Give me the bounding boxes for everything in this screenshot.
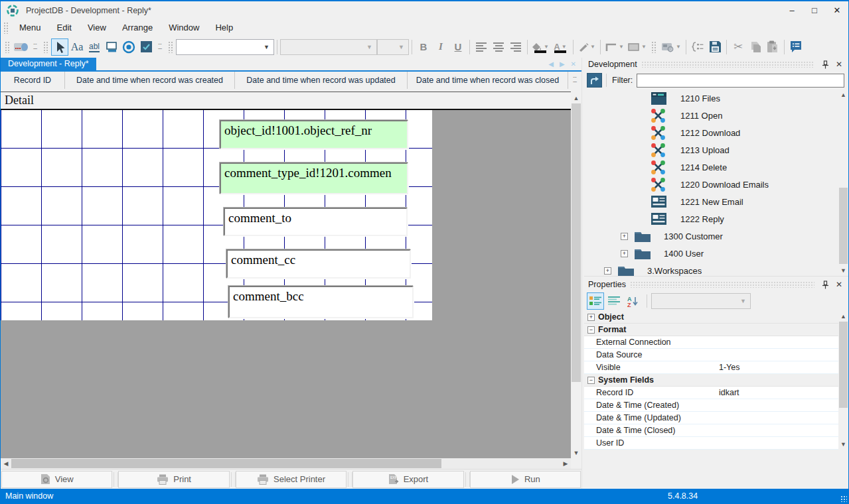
button-tool[interactable] (103, 38, 120, 56)
font-style-combobox[interactable]: ▼ (280, 39, 377, 55)
categorized-view-button[interactable] (587, 292, 604, 310)
menu-menu[interactable]: Menu (11, 19, 49, 36)
props-scroll-up-icon[interactable]: ▲ (838, 311, 848, 322)
canvas-vscroll-thumb[interactable] (572, 103, 581, 382)
property-value[interactable]: idkart (719, 388, 739, 397)
toolbar-grip-2[interactable] (43, 41, 48, 53)
property-row-system-fields[interactable]: −System Fields (584, 374, 838, 387)
expand-icon[interactable]: + (604, 267, 611, 275)
property-row-external-connection[interactable]: External Connection (584, 336, 838, 349)
scroll-right-icon[interactable]: ▶ (560, 458, 571, 469)
textbox-tool[interactable]: abl (86, 38, 103, 56)
alphabetical-view-button[interactable] (605, 292, 623, 310)
tree-item-1400-user[interactable]: +1400 User (584, 245, 838, 262)
menu-help[interactable]: Help (207, 19, 241, 36)
development-panel-close-icon[interactable]: ✕ (832, 60, 846, 69)
align-right-icon[interactable] (507, 38, 524, 56)
toolbar-overflow-icon[interactable]: ˇˇ─ (31, 44, 39, 50)
tree-item-1213-upload[interactable]: 1213 Upload (584, 141, 838, 158)
sort-az-button[interactable]: AZ (624, 292, 641, 310)
collapse-icon[interactable]: − (587, 326, 595, 334)
paste-icon[interactable] (764, 38, 781, 56)
props-scroll-thumb[interactable] (839, 322, 848, 408)
view-button[interactable]: View (1, 471, 112, 488)
field-list-button[interactable] (689, 38, 706, 56)
tree-item-1220-download-emails[interactable]: 1220 Download Emails (584, 176, 838, 193)
save-button[interactable] (706, 38, 724, 56)
detail-band-header[interactable]: Detail (1, 92, 571, 110)
maximize-button[interactable]: □ (803, 1, 826, 19)
fill-color-button[interactable]: ▼ (530, 38, 550, 56)
tree-item-1300-customer[interactable]: +1300 Customer (584, 227, 838, 245)
property-row-date-time-closed-[interactable]: Date & Time (Closed) (584, 424, 838, 437)
properties-scrollbar[interactable]: ▲ ▼ (838, 311, 848, 450)
tree-scroll-thumb[interactable] (839, 188, 848, 264)
copy-icon[interactable] (747, 38, 764, 56)
scroll-up-icon[interactable]: ▲ (571, 93, 581, 103)
export-button[interactable]: EXPExport (352, 471, 463, 488)
shape-style-button[interactable]: ▼ (626, 38, 649, 56)
label-tool[interactable]: Aa (68, 38, 86, 56)
canvas-vertical-scrollbar[interactable]: ▲ ▼ (571, 92, 581, 458)
property-row-record-id[interactable]: Record IDidkart (584, 387, 838, 399)
minimize-button[interactable]: – (781, 1, 803, 19)
align-left-icon[interactable] (473, 38, 490, 56)
property-row-data-source[interactable]: Data Source (584, 349, 838, 361)
tree-scroll-up-icon[interactable]: ▲ (838, 90, 848, 100)
props-scroll-down-icon[interactable]: ▼ (838, 439, 848, 450)
pen-style-button[interactable]: ▼ (576, 38, 597, 56)
properties-pin-icon[interactable] (818, 281, 832, 289)
record-column-header[interactable]: Date and time when record was updated (235, 72, 408, 89)
run-button[interactable]: Run (470, 471, 581, 488)
goto-object-button[interactable] (587, 73, 602, 88)
tools-overflow-icon[interactable]: ˇˇ─ (156, 44, 164, 50)
collapse-icon[interactable]: − (587, 377, 595, 384)
underline-button[interactable]: U (449, 38, 467, 56)
tree-item-1214-delete[interactable]: 1214 Delete (584, 158, 838, 176)
font-size-combobox[interactable]: ▼ (377, 39, 409, 55)
tree-scrollbar[interactable]: ▲ ▼ (838, 90, 848, 276)
menu-view[interactable]: View (80, 19, 114, 36)
property-value[interactable]: 1-Yes (719, 363, 740, 372)
bold-button[interactable]: B (415, 38, 432, 56)
canvas-hscroll-thumb[interactable] (11, 459, 441, 468)
italic-button[interactable]: I (432, 38, 449, 56)
tree-item-3-workspaces[interactable]: +3.Workspaces (584, 262, 838, 276)
insert-image-button[interactable] (13, 38, 30, 56)
filter-input[interactable] (637, 74, 844, 88)
form-design-canvas[interactable]: Detail object_id!1001.object_ref_nrcomme… (1, 92, 571, 458)
canvas-horizontal-scrollbar[interactable]: ◀ ▶ (1, 458, 571, 469)
expand-icon[interactable]: + (587, 314, 595, 321)
menu-arrange[interactable]: Arrange (114, 19, 161, 36)
tree-item-1212-download[interactable]: 1212 Download (584, 124, 838, 141)
columns-overflow-icon[interactable]: ˇˇ─ (571, 77, 579, 84)
tree-item-1222-reply[interactable]: 1222 Reply (584, 210, 838, 227)
comment-icon[interactable] (787, 38, 805, 56)
design-field[interactable]: object_id!1001.object_ref_nr (220, 120, 408, 149)
resize-grip[interactable] (840, 495, 847, 502)
cut-icon[interactable]: ✂ (730, 38, 747, 56)
design-field[interactable]: comment_to (224, 208, 408, 236)
expand-icon[interactable]: + (621, 250, 628, 257)
property-row-date-time-created-[interactable]: Date & Time (Created) (584, 399, 838, 412)
tree-scroll-down-icon[interactable]: ▼ (838, 265, 848, 276)
select-printer-button[interactable]: Select Printer (236, 471, 347, 488)
record-column-header[interactable]: Record ID (1, 72, 65, 89)
menu-window[interactable]: Window (161, 19, 207, 36)
record-column-header[interactable]: Date and time when record was closed (408, 72, 568, 89)
align-center-icon[interactable] (490, 38, 507, 56)
tab-scroll-left-icon[interactable]: ◀ (548, 58, 554, 70)
record-column-header[interactable]: Date and time when record was created (65, 72, 235, 89)
menubar-grip[interactable] (3, 22, 9, 34)
print-button[interactable]: Print (118, 471, 229, 488)
font-name-combobox[interactable]: ▼ (176, 39, 274, 55)
scroll-down-icon[interactable]: ▼ (571, 448, 581, 458)
tab-scroll-right-icon[interactable]: ▶ (560, 58, 565, 70)
scroll-left-icon[interactable]: ◀ (1, 458, 11, 469)
expand-icon[interactable]: + (621, 233, 628, 240)
font-color-button[interactable]: A ▼ (550, 38, 570, 56)
tree-item-1221-new-email[interactable]: 1221 New Email (584, 193, 838, 210)
tree-item-1210-files[interactable]: 1210 Files (584, 90, 838, 107)
design-field[interactable]: comment_cc (226, 249, 411, 279)
property-row-visible[interactable]: Visible1-Yes (584, 361, 838, 374)
